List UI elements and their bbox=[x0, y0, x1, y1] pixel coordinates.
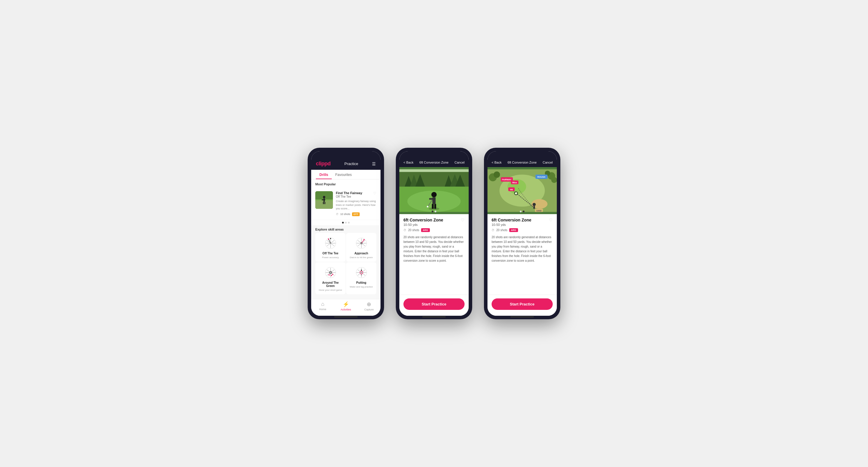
svg-line-41 bbox=[327, 270, 331, 273]
skill-desc-putting: Make and lag practice bbox=[350, 286, 373, 288]
drill-range-3: 10-50 yds bbox=[492, 223, 531, 227]
badge-arg-3: ARG bbox=[509, 228, 518, 232]
carousel-dots bbox=[311, 220, 380, 225]
card-subtitle: Off The Tee bbox=[336, 195, 376, 198]
shots-3: 20 shots bbox=[496, 229, 507, 232]
dot-1 bbox=[342, 222, 344, 224]
home-bar-2 bbox=[422, 316, 446, 318]
svg-line-13 bbox=[331, 243, 334, 246]
fav-icon-3[interactable]: ♡ bbox=[549, 218, 553, 222]
phone-2: < Back 6ft Conversion Zone Cancel bbox=[396, 148, 472, 319]
svg-point-42 bbox=[329, 274, 330, 275]
home-bar-3 bbox=[510, 316, 534, 318]
nav-activities-label: Activities bbox=[341, 308, 351, 311]
tab-drills[interactable]: Drills bbox=[316, 170, 332, 179]
menu-icon[interactable]: ☰ bbox=[372, 162, 376, 166]
svg-point-43 bbox=[331, 275, 332, 276]
detail-dots-2 bbox=[432, 210, 436, 212]
nav-activities[interactable]: ⚡ Activities bbox=[334, 301, 358, 311]
svg-rect-5 bbox=[322, 199, 325, 200]
skill-icon-arg bbox=[322, 265, 339, 280]
svg-point-58 bbox=[361, 274, 362, 275]
svg-point-56 bbox=[361, 270, 362, 271]
cancel-button-3[interactable]: Cancel bbox=[543, 161, 553, 164]
svg-rect-97 bbox=[533, 206, 535, 209]
dot-3 bbox=[348, 222, 350, 224]
svg-text:Hit: Hit bbox=[510, 188, 513, 191]
golf-scene-svg bbox=[315, 191, 333, 209]
back-button-2[interactable]: < Back bbox=[403, 161, 413, 164]
shots-count: 10 shots bbox=[340, 213, 350, 215]
drill-title-2: 6ft Conversion Zone bbox=[403, 218, 443, 222]
notch-2 bbox=[422, 148, 446, 155]
svg-point-70 bbox=[431, 192, 437, 197]
detail-hero-2 bbox=[399, 167, 469, 214]
drill-info-3: 6ft Conversion Zone 10-50 yds bbox=[492, 218, 531, 227]
detail-content-2: 6ft Conversion Zone 10-50 yds ♡ ⏱ 20 sho… bbox=[399, 214, 469, 295]
notch-3 bbox=[510, 148, 534, 155]
drill-badge: OTT bbox=[352, 212, 360, 216]
drill-range-2: 10-50 yds bbox=[403, 223, 443, 227]
skill-around-green[interactable]: Around The Green Hone your short game bbox=[315, 262, 346, 294]
svg-point-18 bbox=[328, 238, 329, 240]
favourite-icon[interactable]: ♡ bbox=[373, 191, 376, 195]
skill-icon-putting bbox=[352, 265, 370, 280]
skill-grid: Off The Tee Power accuracy bbox=[311, 233, 380, 297]
nav-capture-label: Capture bbox=[364, 308, 374, 311]
svg-rect-6 bbox=[323, 202, 324, 204]
card-description: Create an imaginary fairway using trees … bbox=[336, 199, 376, 210]
svg-point-44 bbox=[332, 274, 333, 275]
home-icon: ⌂ bbox=[321, 301, 324, 307]
start-practice-button-3[interactable]: Start Practice bbox=[492, 298, 553, 310]
explore-title: Explore skill areas bbox=[311, 225, 380, 233]
tab-favourites[interactable]: Favourites bbox=[332, 170, 355, 179]
fav-icon-2[interactable]: ♡ bbox=[461, 218, 465, 222]
featured-card[interactable]: Find The Fairway Off The Tee Create an i… bbox=[311, 188, 380, 220]
detail-title-3: 6ft Conversion Zone bbox=[507, 161, 536, 164]
skill-icon-approach bbox=[352, 236, 370, 251]
svg-point-30 bbox=[364, 239, 365, 240]
tab-bar: Drills Favourites bbox=[311, 170, 380, 179]
drill-meta-2: ⏱ 20 shots ARG bbox=[403, 228, 465, 232]
dot-c bbox=[520, 210, 522, 212]
skill-name-putting: Putting bbox=[356, 281, 366, 284]
card-content: Find The Fairway Off The Tee Create an i… bbox=[336, 191, 376, 216]
shots-2: 20 shots bbox=[408, 229, 419, 232]
clock-icon: ⏱ bbox=[336, 213, 339, 215]
skill-off-the-tee[interactable]: Off The Tee Power accuracy bbox=[315, 233, 346, 262]
detail-content-3: 6ft Conversion Zone 10-50 yds ♡ ⏱ 20 sho… bbox=[488, 214, 557, 295]
svg-point-69 bbox=[429, 207, 439, 210]
card-title: Find The Fairway bbox=[336, 191, 376, 195]
svg-point-19 bbox=[330, 238, 331, 239]
nav-home[interactable]: ⌂ Home bbox=[311, 301, 334, 311]
svg-rect-74 bbox=[434, 204, 436, 208]
badge-arg-2: ARG bbox=[421, 228, 430, 232]
cancel-button-2[interactable]: Cancel bbox=[455, 161, 465, 164]
phone-3: < Back 6ft Conversion Zone Cancel bbox=[484, 148, 560, 319]
svg-rect-7 bbox=[324, 202, 325, 204]
home-bar bbox=[334, 316, 358, 318]
card-meta: ⏱ 10 shots OTT bbox=[336, 212, 376, 216]
back-button-3[interactable]: < Back bbox=[492, 161, 502, 164]
skill-name-approach: Approach bbox=[354, 252, 368, 255]
start-practice-button-2[interactable]: Start Practice bbox=[403, 298, 465, 310]
nav-capture[interactable]: ⊕ Capture bbox=[357, 301, 380, 311]
skill-approach[interactable]: Approach Dial-in to hit the green bbox=[346, 233, 376, 262]
svg-line-29 bbox=[358, 240, 362, 243]
most-popular-title: Most Popular bbox=[311, 179, 380, 188]
hero-golf-svg bbox=[399, 167, 469, 214]
detail-hero-3: FAIRWAY ROUGH Miss Hit SAND bbox=[488, 167, 557, 214]
phone-1: clippd Practice ☰ Drills Favourites Most… bbox=[308, 148, 384, 319]
svg-point-82 bbox=[494, 171, 500, 178]
svg-point-96 bbox=[532, 203, 536, 206]
skill-putting[interactable]: Putting Make and lag practice bbox=[346, 262, 376, 294]
dot-2 bbox=[345, 222, 347, 224]
bottom-nav: ⌂ Home ⚡ Activities ⊕ Capture bbox=[311, 299, 380, 316]
main-content: Most Popular bbox=[311, 179, 380, 299]
drill-description-3: 20 shots are randomly generated at dista… bbox=[492, 235, 553, 263]
svg-line-15 bbox=[327, 243, 331, 246]
nav-home-label: Home bbox=[319, 308, 326, 311]
svg-rect-73 bbox=[432, 204, 434, 208]
dot-d bbox=[523, 210, 525, 212]
svg-point-3 bbox=[323, 196, 325, 198]
